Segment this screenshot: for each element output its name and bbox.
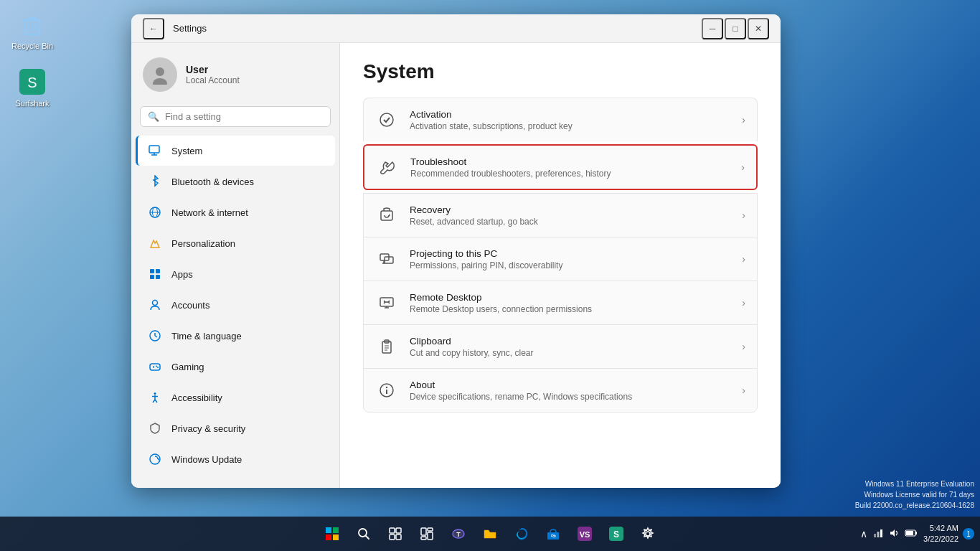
svg-point-26	[156, 366, 157, 367]
about-text: About Device specifications, rename PC, …	[410, 380, 742, 402]
settings-item-about[interactable]: About Device specifications, rename PC, …	[363, 368, 758, 413]
sidebar-item-accounts-label: Accounts	[171, 300, 209, 311]
sidebar-item-apps-label: Apps	[171, 269, 193, 280]
sidebar-item-accessibility-label: Accessibility	[171, 392, 222, 403]
svg-rect-17	[150, 275, 154, 279]
taskbar-center: T 🛍	[318, 519, 662, 548]
volume-tray-icon[interactable]	[887, 527, 900, 542]
recovery-text: Recovery Reset, advanced startup, go bac…	[410, 204, 742, 227]
activation-chevron: ›	[742, 114, 745, 126]
settings-window: ← Settings ─ □ ✕	[131, 14, 781, 488]
tray-expand-icon[interactable]: ∧	[859, 527, 869, 541]
watermark-line3: Build 22000.co_release.210604-1628	[855, 500, 974, 511]
sidebar-item-privacy[interactable]: Privacy & security	[136, 413, 335, 443]
sidebar-item-personalization[interactable]: Personalization	[136, 228, 335, 258]
watermark-line2: Windows License valid for 71 days	[855, 489, 974, 500]
settings-list: Activation Activation state, subscriptio…	[363, 98, 758, 413]
svg-rect-68	[421, 528, 426, 535]
close-button[interactable]: ✕	[748, 18, 769, 39]
edge-button[interactable]	[507, 519, 536, 548]
page-title: System	[363, 60, 758, 83]
desktop-icon-surfshark[interactable]: S Surfshark	[7, 65, 57, 110]
svg-text:T: T	[456, 531, 461, 538]
sidebar-item-accessibility[interactable]: Accessibility	[136, 382, 335, 413]
projecting-desc: Permissions, pairing PIN, discoverabilit…	[410, 260, 742, 270]
sidebar-item-gaming-label: Gaming	[171, 362, 204, 372]
avatar	[143, 57, 177, 92]
taskbar-right: ∧	[859, 523, 974, 545]
gaming-icon	[147, 359, 163, 375]
troubleshoot-chevron: ›	[741, 161, 745, 173]
svg-rect-18	[156, 275, 160, 279]
accounts-icon	[147, 297, 163, 313]
recovery-chevron: ›	[742, 209, 745, 221]
vs-button[interactable]: VS	[570, 519, 599, 548]
taskbar-settings-button[interactable]	[633, 519, 662, 548]
back-button[interactable]: ←	[143, 18, 164, 39]
notification-badge[interactable]: 1	[963, 528, 974, 540]
svg-rect-65	[396, 528, 401, 533]
watermark-line1: Windows 11 Enterprise Evaluation	[855, 479, 974, 489]
about-chevron: ›	[742, 385, 745, 396]
svg-rect-60	[326, 534, 331, 540]
sidebar-item-accounts[interactable]: Accounts	[136, 290, 335, 320]
user-info: User Local Account	[186, 64, 240, 85]
widgets-button[interactable]	[413, 519, 441, 548]
troubleshoot-desc: Recommended troubleshooters, preferences…	[410, 169, 741, 179]
task-view-button[interactable]	[381, 519, 410, 548]
apps-icon	[147, 266, 163, 282]
taskbar-search-button[interactable]	[349, 519, 378, 548]
svg-rect-59	[333, 527, 339, 533]
sidebar-item-bluetooth[interactable]: Bluetooth & devices	[136, 166, 335, 197]
sidebar-item-time[interactable]: Time & language	[136, 321, 335, 351]
sidebar-item-apps[interactable]: Apps	[136, 259, 335, 289]
title-bar-left: ← Settings	[143, 18, 207, 39]
settings-item-remote-desktop[interactable]: Remote Desktop Remote Desktop users, con…	[363, 281, 758, 324]
search-box[interactable]: 🔍	[140, 106, 331, 127]
troubleshoot-title: Troubleshoot	[410, 156, 741, 167]
maximize-button[interactable]: □	[725, 18, 746, 39]
activation-title: Activation	[410, 109, 742, 120]
settings-item-clipboard[interactable]: Clipboard Cut and copy history, sync, cl…	[363, 324, 758, 368]
sidebar-item-personalization-label: Personalization	[171, 238, 235, 249]
remote-desktop-icon	[375, 291, 398, 314]
file-explorer-button[interactable]	[476, 519, 504, 548]
sidebar-item-windows-update[interactable]: Windows Update	[136, 444, 335, 474]
start-button[interactable]	[318, 519, 347, 548]
system-tray-icons: ∧	[859, 527, 919, 542]
sidebar-item-network[interactable]: Network & internet	[136, 197, 335, 227]
user-section[interactable]: User Local Account	[131, 49, 339, 103]
search-input[interactable]	[165, 111, 323, 122]
svg-rect-70	[428, 528, 433, 531]
taskbar: T 🛍	[0, 517, 980, 551]
chat-button[interactable]: T	[444, 519, 473, 548]
svg-point-35	[380, 113, 393, 126]
network-icon	[147, 204, 163, 220]
clipboard-desc: Cut and copy history, sync, clear	[410, 348, 742, 358]
settings-item-troubleshoot[interactable]: Troubleshoot Recommended troubleshooters…	[363, 144, 758, 190]
windows-update-icon	[147, 451, 163, 467]
sidebar-item-privacy-label: Privacy & security	[171, 423, 245, 434]
svg-rect-16	[156, 269, 160, 273]
svg-text:S: S	[27, 75, 37, 90]
taskbar-clock[interactable]: 5:42 AM 3/22/2022	[923, 523, 958, 545]
svg-rect-64	[390, 528, 395, 533]
network-tray-icon[interactable]	[872, 527, 885, 542]
store-button[interactable]: 🛍	[539, 519, 567, 548]
svg-rect-81	[874, 534, 876, 537]
settings-item-activation[interactable]: Activation Activation state, subscriptio…	[363, 98, 758, 141]
minimize-button[interactable]: ─	[702, 18, 723, 39]
accessibility-icon	[147, 390, 163, 405]
privacy-icon	[147, 420, 163, 436]
desktop-icon-recycle-bin[interactable]: Recycle Bin	[7, 7, 57, 53]
svg-rect-9	[149, 146, 159, 153]
main-content: System Activation Activation state,	[339, 43, 781, 488]
sidebar-item-gaming[interactable]: Gaming	[136, 352, 335, 382]
settings-item-projecting[interactable]: Projecting to this PC Permissions, pairi…	[363, 237, 758, 281]
user-account: Local Account	[186, 75, 240, 85]
title-bar: ← Settings ─ □ ✕	[131, 14, 781, 43]
settings-item-recovery[interactable]: Recovery Reset, advanced startup, go bac…	[363, 193, 758, 237]
battery-tray-icon[interactable]	[903, 527, 919, 541]
taskbar-surfshark-button[interactable]: S	[602, 519, 631, 548]
sidebar-item-system[interactable]: System	[136, 136, 335, 166]
